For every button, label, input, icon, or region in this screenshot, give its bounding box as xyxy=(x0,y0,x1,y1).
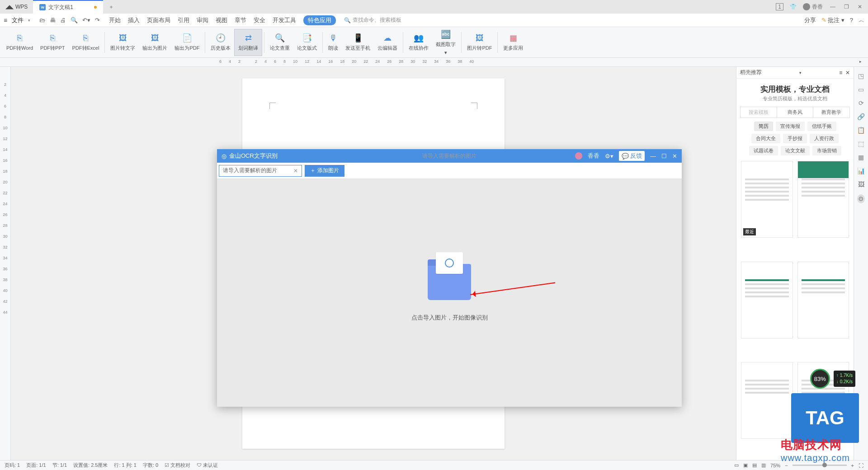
collapse-pane-icon[interactable]: ▸ xyxy=(859,59,862,64)
comment-button[interactable]: ✎ 批注 ▾ xyxy=(821,16,844,24)
new-tab-button[interactable]: ＋ xyxy=(103,3,119,11)
tab-review[interactable]: 审阅 xyxy=(197,16,208,24)
tab-section[interactable]: 章节 xyxy=(235,16,246,24)
tag-poster[interactable]: 宣传海报 xyxy=(776,122,805,131)
status-page-num[interactable]: 页码: 1 xyxy=(5,462,20,469)
restore-button[interactable]: ❐ xyxy=(843,4,850,10)
status-page-of[interactable]: 页面: 1/1 xyxy=(26,462,46,469)
zoom-slider[interactable] xyxy=(793,465,847,466)
pdf-to-excel-button[interactable]: ⎘PDF转Excel xyxy=(69,29,103,56)
more-apps-button[interactable]: ▦更多应用 xyxy=(500,29,527,56)
zoom-value[interactable]: 75% xyxy=(770,463,780,468)
command-search[interactable]: 🔍 查找命令、搜索模板 xyxy=(344,16,401,24)
view-web-icon[interactable]: ▤ xyxy=(752,462,757,468)
tool-clipboard-icon[interactable]: 📋 xyxy=(857,127,865,134)
fullscreen-icon[interactable]: ⛶ xyxy=(859,463,863,468)
tool-shape-icon[interactable]: ⬚ xyxy=(858,140,864,147)
notification-badge[interactable]: 1 xyxy=(776,3,783,10)
image-to-pdf-button[interactable]: 🖼图片转PDF xyxy=(463,29,495,56)
dialog-minimize-button[interactable]: — xyxy=(650,153,656,160)
tool-select-icon[interactable]: ▭ xyxy=(858,86,864,93)
view-mode-icon[interactable]: ▭ xyxy=(734,462,739,468)
pdf-to-ppt-button[interactable]: ⎘PDF转PPT xyxy=(37,29,68,56)
paper-check-button[interactable]: 🔍论文查重 xyxy=(266,29,293,56)
tag-paper[interactable]: 论文文献 xyxy=(781,146,810,155)
file-dropdown-icon[interactable]: ▾ xyxy=(28,18,30,23)
status-proof[interactable]: ☑ 文档校对 xyxy=(165,462,190,469)
screenshot-ocr-button[interactable]: 🔤截图取字 ▾ xyxy=(432,29,459,56)
tag-letter[interactable]: 信纸手账 xyxy=(807,122,836,131)
template-thumb[interactable] xyxy=(797,161,849,238)
open-icon[interactable]: 🗁 xyxy=(39,17,45,24)
tool-chart-icon[interactable]: 📊 xyxy=(857,167,865,174)
template-thumb[interactable]: 最近 xyxy=(741,161,793,238)
menu-icon[interactable]: ≡ xyxy=(4,17,7,24)
export-pdf-button[interactable]: 📄输出为PDF xyxy=(171,29,203,56)
feedback-button[interactable]: 💬反馈 xyxy=(619,151,645,161)
tool-link-icon[interactable]: 🔗 xyxy=(857,113,865,120)
dialog-body[interactable]: 点击导入图片，开始图像识别 xyxy=(217,179,682,407)
redo-icon[interactable]: ↷ xyxy=(95,17,100,24)
folder-icon[interactable] xyxy=(428,264,471,300)
tab-reference[interactable]: 引用 xyxy=(178,16,189,24)
tag-marketing[interactable]: 市场营销 xyxy=(812,146,841,155)
status-words[interactable]: 字数: 0 xyxy=(143,462,158,469)
file-menu[interactable]: 文件 xyxy=(12,16,24,24)
status-pos[interactable]: 设置值: 2.5厘米 xyxy=(73,462,108,469)
tag-contract[interactable]: 合同大全 xyxy=(751,134,780,143)
tool-settings-icon[interactable]: ⚙ xyxy=(857,194,865,203)
horizontal-ruler[interactable]: 642246810121416182022242628303234363840 … xyxy=(0,58,868,67)
breadcrumb-close-icon[interactable]: ✕ xyxy=(290,168,302,174)
history-button[interactable]: 🕘历史版本 xyxy=(207,29,234,56)
tab-insert[interactable]: 插入 xyxy=(128,16,140,24)
dialog-settings-icon[interactable]: ⚙▾ xyxy=(605,153,613,160)
dialog-titlebar[interactable]: ◎ 金山OCR文字识别 请导入需要解析的图片 香香 ⚙▾ 💬反馈 — ☐ ✕ xyxy=(217,149,682,163)
sidebar-tab-business[interactable]: 商务风 xyxy=(777,107,813,118)
template-thumb[interactable] xyxy=(741,362,793,439)
status-cert[interactable]: 🛡 未认证 xyxy=(197,462,218,469)
cloud-editor-button[interactable]: ☁云编辑器 xyxy=(374,29,401,56)
status-section[interactable]: 节: 1/1 xyxy=(52,462,67,469)
user-menu[interactable]: 香香 xyxy=(803,3,823,11)
tag-hr[interactable]: 人资行政 xyxy=(810,134,839,143)
zoom-in-icon[interactable]: + xyxy=(851,463,854,468)
tab-special[interactable]: 特色应用 xyxy=(303,15,336,25)
save-icon[interactable]: 🖶 xyxy=(50,17,56,24)
vertical-ruler[interactable]: 2468101214161820222426283032343638404244 xyxy=(0,67,11,460)
tool-grid-icon[interactable]: ▦ xyxy=(858,154,864,161)
tab-layout[interactable]: 页面布局 xyxy=(147,16,170,24)
translate-button[interactable]: ⇄划词翻译 xyxy=(234,29,262,56)
add-image-button[interactable]: ＋ 添加图片 xyxy=(305,165,344,177)
print-icon[interactable]: 🖨 xyxy=(60,17,66,24)
tab-start[interactable]: 开始 xyxy=(109,16,121,24)
tag-handwrite[interactable]: 手抄报 xyxy=(783,134,807,143)
dialog-close-button[interactable]: ✕ xyxy=(672,153,677,160)
preview-icon[interactable]: 🔍 xyxy=(71,17,78,24)
image-to-text-button[interactable]: 🖼图片转文字 xyxy=(107,29,139,56)
pdf-to-word-button[interactable]: ⎘PDF转Word xyxy=(3,29,37,56)
tag-resume[interactable]: 简历 xyxy=(754,122,773,131)
tab-view[interactable]: 视图 xyxy=(216,16,227,24)
minimize-button[interactable]: — xyxy=(829,4,836,10)
document-tab[interactable]: W 文字文稿1 xyxy=(33,0,103,14)
dialog-maximize-button[interactable]: ☐ xyxy=(661,153,667,160)
tab-security[interactable]: 安全 xyxy=(254,16,265,24)
template-thumb[interactable] xyxy=(741,262,793,338)
view-read-icon[interactable]: ▣ xyxy=(743,462,748,468)
send-phone-button[interactable]: 📱发送至手机 xyxy=(342,29,374,56)
sidebar-settings-icon[interactable]: ≡ xyxy=(839,70,842,76)
tag-exam[interactable]: 试题试卷 xyxy=(749,146,778,155)
help-icon[interactable]: ? xyxy=(850,17,853,24)
collab-button[interactable]: 👥在线协作 xyxy=(405,29,432,56)
sidebar-tab-search[interactable]: 搜索模板 xyxy=(741,107,777,118)
share-button[interactable]: 分享 xyxy=(804,16,816,24)
status-line-col[interactable]: 行: 1 列: 1 xyxy=(114,462,137,469)
tool-refresh-icon[interactable]: ⟳ xyxy=(859,99,864,107)
tool-style-icon[interactable]: ◳ xyxy=(858,72,864,80)
undo-icon[interactable]: ↶▾ xyxy=(82,17,90,24)
zoom-out-icon[interactable]: − xyxy=(785,463,788,468)
tab-dev[interactable]: 开发工具 xyxy=(273,16,296,24)
close-button[interactable]: ✕ xyxy=(856,4,863,10)
read-aloud-button[interactable]: 🎙朗读 xyxy=(325,29,342,56)
skin-icon[interactable]: 👕 xyxy=(790,4,797,10)
